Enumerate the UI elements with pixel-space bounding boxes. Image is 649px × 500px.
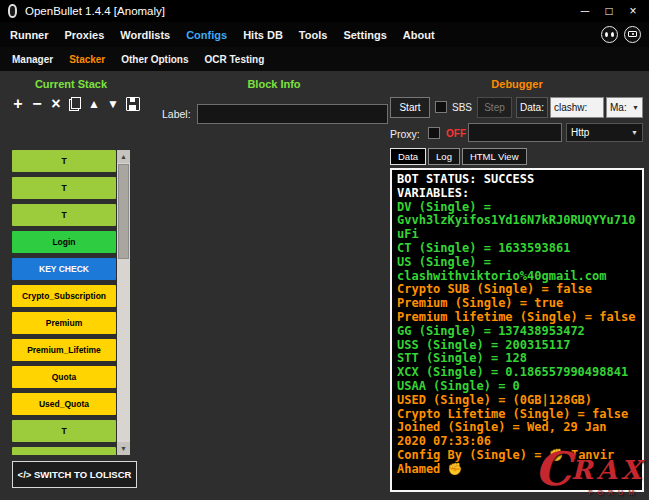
tab-html-view[interactable]: HTML View — [462, 148, 527, 165]
debug-line: Joined (Single) = Wed, 29 Jan 2020 07:33… — [397, 421, 637, 449]
stack-block[interactable]: T — [12, 204, 116, 226]
wordlist-type-value: Ma: — [610, 102, 627, 113]
submenu-manager[interactable]: Manager — [4, 54, 61, 65]
stack-block[interactable]: Premium — [12, 312, 116, 334]
debug-line: GG (Single) = 137438953472 — [397, 325, 637, 339]
debugger-title: Debugger — [390, 78, 644, 90]
wordlist-type-dropdown[interactable]: Ma: ▼ — [606, 97, 643, 118]
menu-hitsdb[interactable]: Hits DB — [235, 29, 291, 41]
debugger-output: BOT STATUS: SUCCESS VARIABLES: DV (Singl… — [390, 168, 644, 492]
main-menubar: Runner Proxies Wordlists Configs Hits DB… — [0, 22, 649, 47]
stack-block[interactable]: T — [12, 177, 116, 199]
stack-block[interactable]: Crypto_Subscription — [12, 285, 116, 307]
stack-block[interactable]: Premium_Lifetime — [12, 339, 116, 361]
current-stack-title: Current Stack — [8, 78, 134, 90]
main-content: Current Stack Block Info Debugger + − × … — [0, 71, 649, 500]
camera-icon-body — [628, 31, 637, 37]
sbs-label: SBS — [452, 102, 472, 113]
scroll-down-icon[interactable]: ▼ — [117, 442, 130, 455]
menu-tools[interactable]: Tools — [291, 29, 336, 41]
stack-block[interactable]: Quota — [12, 366, 116, 388]
menubar-icons — [595, 26, 641, 43]
debug-line: BOT STATUS: SUCCESS — [397, 173, 637, 187]
configs-submenu: Manager Stacker Other Options OCR Testin… — [0, 47, 649, 71]
discord-icon-dot — [605, 32, 608, 37]
watermark-rest: RAX — [571, 457, 645, 483]
debug-line: US (Single) = clashwithviktorio%40gmail.… — [397, 256, 637, 284]
label-input[interactable] — [197, 104, 388, 124]
move-up-icon[interactable]: ▲ — [88, 95, 100, 113]
stack-scrollbar[interactable]: ▲ ▼ — [117, 150, 130, 455]
debug-line: USS (Single) = 200315117 — [397, 339, 637, 353]
crax-forum-watermark: C RAX FORUM — [534, 451, 645, 496]
proxy-checkbox[interactable] — [428, 127, 440, 139]
chevron-down-icon[interactable]: ▼ — [631, 129, 638, 136]
proxy-type-value: Http — [571, 127, 589, 138]
tab-data[interactable]: Data — [390, 148, 426, 165]
move-down-icon[interactable]: ▼ — [107, 95, 119, 113]
step-button[interactable]: Step — [477, 97, 512, 118]
menu-about[interactable]: About — [395, 29, 443, 41]
submenu-stacker[interactable]: Stacker — [61, 54, 113, 65]
debugger-tabs: Data Log HTML View — [390, 148, 527, 165]
add-block-icon[interactable]: + — [12, 95, 24, 113]
remove-block-icon[interactable]: − — [31, 95, 43, 113]
debug-data-input[interactable]: clashw: — [550, 97, 604, 118]
debug-line: VARIABLES: — [397, 187, 637, 201]
submenu-ocr-testing[interactable]: OCR Testing — [197, 54, 273, 65]
camera-icon[interactable] — [624, 26, 641, 43]
menu-wordlists[interactable]: Wordlists — [112, 29, 178, 41]
watermark-brand: C RAX — [534, 451, 645, 488]
debug-line: CT (Single) = 1633593861 — [397, 242, 637, 256]
proxy-input[interactable] — [468, 123, 562, 142]
debug-line: USAA (Single) = 0 — [397, 380, 637, 394]
stack-block[interactable]: KEY CHECK — [12, 258, 116, 280]
app-logo-icon — [8, 4, 17, 18]
save-config-icon[interactable] — [126, 97, 140, 111]
discord-icon[interactable] — [601, 26, 618, 43]
window-title: OpenBullet 1.4.4 [Anomaly] — [25, 5, 573, 17]
stack-block[interactable]: T — [12, 420, 116, 442]
debug-line: Premium (Single) = true — [397, 297, 637, 311]
stack-block[interactable]: T — [12, 150, 116, 172]
block-info-title: Block Info — [158, 78, 390, 90]
sbs-checkbox[interactable] — [435, 101, 447, 113]
scroll-up-icon[interactable]: ▲ — [117, 150, 130, 163]
menu-proxies[interactable]: Proxies — [57, 29, 113, 41]
proxy-type-dropdown[interactable]: Http ▼ — [566, 123, 643, 142]
submenu-other-options[interactable]: Other Options — [113, 54, 196, 65]
maximize-button[interactable]: □ — [597, 2, 621, 20]
close-button[interactable]: × — [621, 2, 645, 20]
proxy-caption: Proxy: — [390, 128, 420, 140]
label-caption: Label: — [162, 108, 191, 120]
data-caption: Data: — [516, 97, 548, 118]
app-window: OpenBullet 1.4.4 [Anomaly] ─ □ × Runner … — [0, 0, 649, 500]
chevron-down-icon[interactable]: ▼ — [632, 104, 639, 111]
watermark-c: C — [534, 451, 571, 488]
stack-block[interactable]: Login — [12, 231, 116, 253]
debug-line: STT (Single) = 128 — [397, 352, 637, 366]
switch-to-loliscript-button[interactable]: </> SWITCH TO LOLISCR — [12, 461, 137, 488]
menu-settings[interactable]: Settings — [335, 29, 394, 41]
discord-icon-dot — [611, 32, 614, 37]
stack-block[interactable]: T — [12, 447, 116, 455]
stack-block-list: T T T Login KEY CHECK Crypto_Subscriptio… — [12, 150, 116, 455]
debug-line: Crypto Lifetime (Single) = false — [397, 408, 637, 422]
menu-configs[interactable]: Configs — [178, 29, 235, 41]
start-button[interactable]: Start — [390, 97, 430, 118]
clear-stack-icon[interactable]: × — [50, 95, 62, 113]
stack-block[interactable]: Used_Quota — [12, 393, 116, 415]
scrollbar-thumb[interactable] — [118, 164, 129, 259]
debug-line: USED (Single) = (0GB|128GB) — [397, 394, 637, 408]
titlebar: OpenBullet 1.4.4 [Anomaly] ─ □ × — [0, 0, 649, 22]
debug-line: Crypto SUB (Single) = false — [397, 283, 637, 297]
debug-line: XCX (Single) = 0.186557990498841 — [397, 366, 637, 380]
debug-line: Premium lifetime (Single) = false — [397, 311, 637, 325]
tab-log[interactable]: Log — [428, 148, 460, 165]
proxy-status: OFF — [446, 128, 466, 139]
stack-toolbar: + − × ▲ ▼ — [12, 93, 140, 115]
minimize-button[interactable]: ─ — [573, 2, 597, 20]
clone-block-icon[interactable] — [69, 97, 81, 111]
menu-runner[interactable]: Runner — [2, 29, 57, 41]
debug-line: DV (Single) = Gvvh3lzKyifos1Yd16N7kRJ0RU… — [397, 201, 637, 242]
